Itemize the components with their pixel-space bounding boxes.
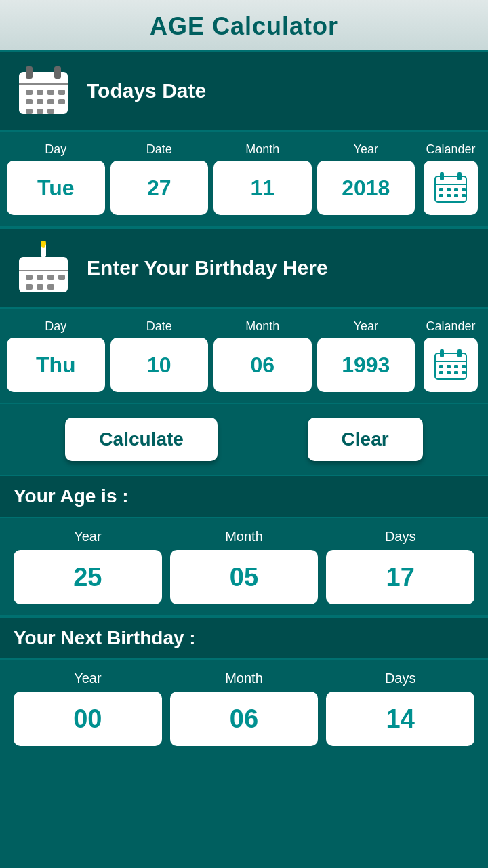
- today-day-value: Tue: [7, 161, 105, 215]
- next-year-label: Year: [74, 671, 101, 686]
- today-banner-text: Todays Date: [87, 79, 206, 102]
- next-days-value: 14: [326, 692, 474, 746]
- svg-rect-47: [447, 371, 451, 374]
- svg-rect-10: [47, 99, 54, 104]
- svg-rect-7: [58, 90, 65, 95]
- today-year-col: Year 2018: [317, 142, 415, 215]
- bday-month-col: Month 06: [214, 319, 312, 392]
- age-result-label: Your Age is :: [0, 475, 488, 518]
- clear-button[interactable]: Clear: [308, 418, 423, 461]
- svg-rect-12: [26, 108, 33, 114]
- today-banner: Todays Date: [0, 50, 488, 132]
- age-days-label: Days: [385, 529, 416, 545]
- svg-rect-6: [47, 90, 54, 95]
- bday-year-value[interactable]: 1993: [317, 338, 415, 392]
- bday-date-label: Date: [146, 319, 172, 334]
- bday-year-col: Year 1993: [317, 319, 415, 392]
- next-days-label: Days: [385, 671, 416, 686]
- svg-rect-26: [462, 194, 466, 197]
- svg-rect-40: [458, 349, 462, 357]
- today-date-label: Date: [146, 142, 172, 157]
- svg-rect-19: [439, 188, 443, 191]
- svg-rect-14: [47, 108, 54, 114]
- age-month-value: 05: [170, 550, 319, 604]
- svg-rect-42: [439, 365, 443, 368]
- svg-rect-5: [37, 90, 43, 95]
- svg-rect-17: [458, 172, 462, 180]
- svg-rect-35: [26, 284, 33, 290]
- next-month-col: Month 06: [170, 671, 319, 746]
- today-month-value: 11: [214, 161, 312, 215]
- svg-rect-24: [447, 194, 451, 197]
- svg-rect-48: [454, 371, 458, 374]
- bday-year-label: Year: [354, 319, 378, 334]
- next-year-col: Year 00: [14, 671, 162, 746]
- today-year-label: Year: [354, 142, 378, 157]
- bday-day-col: Day Thu: [7, 319, 105, 392]
- birthday-banner: Enter Your Birthday Here: [0, 227, 488, 309]
- next-year-value: 00: [14, 692, 162, 746]
- calculate-button[interactable]: Calculate: [65, 418, 218, 461]
- svg-rect-25: [454, 194, 458, 197]
- app-title: AGE Calculator: [0, 12, 488, 41]
- bday-calendar-col[interactable]: Calander: [420, 319, 481, 392]
- svg-rect-31: [26, 275, 33, 280]
- svg-rect-33: [47, 275, 54, 280]
- today-calendar-col[interactable]: Calander: [420, 142, 481, 215]
- svg-rect-9: [37, 99, 43, 104]
- age-month-label: Month: [225, 529, 263, 545]
- svg-rect-16: [440, 172, 444, 180]
- next-days-col: Days 14: [326, 671, 474, 746]
- bday-date-value[interactable]: 10: [110, 338, 209, 392]
- app-header: AGE Calculator: [0, 0, 488, 50]
- svg-rect-36: [37, 284, 43, 290]
- svg-rect-20: [447, 188, 451, 191]
- next-month-value: 06: [170, 692, 319, 746]
- svg-rect-44: [454, 365, 458, 368]
- next-birthday-row: Year 00 Month 06 Days 14: [0, 660, 488, 757]
- bday-calendar-icon[interactable]: [424, 338, 478, 392]
- today-month-label: Month: [245, 142, 279, 157]
- bday-day-label: Day: [45, 319, 66, 334]
- bday-calendar-label: Calander: [426, 319, 475, 334]
- bday-day-value[interactable]: Thu: [7, 338, 105, 392]
- action-buttons: Calculate Clear: [0, 404, 488, 475]
- svg-rect-46: [439, 371, 443, 374]
- next-month-label: Month: [225, 671, 263, 686]
- svg-rect-37: [47, 284, 54, 290]
- svg-rect-34: [58, 275, 65, 280]
- svg-rect-4: [26, 90, 33, 95]
- birthday-banner-text: Enter Your Birthday Here: [87, 256, 328, 279]
- today-day-label: Day: [45, 142, 66, 157]
- today-year-value: 2018: [317, 161, 415, 215]
- svg-rect-23: [439, 194, 443, 197]
- today-day-col: Day Tue: [7, 142, 105, 215]
- svg-rect-49: [462, 371, 466, 374]
- today-date-col: Date 27: [110, 142, 209, 215]
- today-date-row: Day Tue Date 27 Month 11 Year 2018 Calan…: [0, 132, 488, 227]
- birthday-date-row: Day Thu Date 10 Month 06 Year 1993 Calan…: [0, 309, 488, 404]
- next-birthday-label: Your Next Birthday :: [0, 616, 488, 660]
- svg-rect-45: [462, 365, 466, 368]
- svg-rect-13: [37, 108, 43, 114]
- age-year-col: Year 25: [14, 529, 162, 604]
- bday-date-col: Date 10: [110, 319, 209, 392]
- svg-rect-1: [26, 66, 33, 79]
- age-year-label: Year: [74, 529, 101, 545]
- age-days-value: 17: [326, 550, 474, 604]
- today-date-value: 27: [110, 161, 209, 215]
- svg-rect-21: [454, 188, 458, 191]
- bday-month-value[interactable]: 06: [214, 338, 312, 392]
- svg-rect-8: [26, 99, 33, 104]
- today-month-col: Month 11: [214, 142, 312, 215]
- svg-rect-43: [447, 365, 451, 368]
- today-calendar-icon[interactable]: [424, 161, 478, 215]
- svg-rect-39: [440, 349, 444, 357]
- svg-rect-22: [462, 188, 466, 191]
- birthday-icon: [16, 241, 70, 295]
- svg-rect-11: [58, 99, 65, 104]
- age-days-col: Days 17: [326, 529, 474, 604]
- age-result-row: Year 25 Month 05 Days 17: [0, 518, 488, 616]
- svg-rect-32: [37, 275, 43, 280]
- today-calendar-label: Calander: [426, 142, 475, 157]
